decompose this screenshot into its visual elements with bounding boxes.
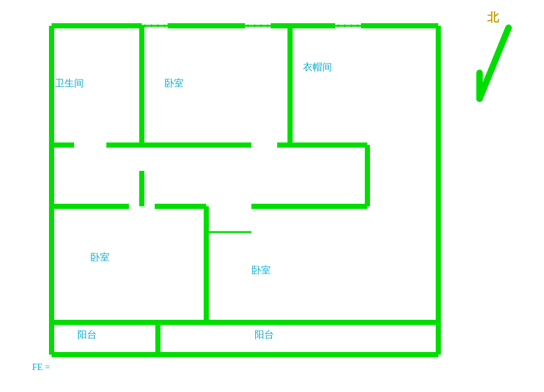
room-label-yimaojian: 衣帽间: [303, 61, 332, 74]
room-label-yangtai2: 阳台: [255, 329, 274, 341]
floor-plan-svg: [13, 6, 477, 380]
north-indicator: 北: [473, 10, 518, 100]
main-container: 卫生间 卧室 衣帽间 卧室 阳台 卧室 阳台 北 FE =: [0, 0, 544, 392]
svg-line-84: [480, 28, 509, 99]
room-label-woshi3: 卧室: [251, 264, 271, 277]
north-arrow-svg: [473, 21, 518, 105]
room-label-weishengjian: 卫生间: [55, 77, 84, 90]
room-label-woshi1: 卧室: [164, 77, 184, 90]
room-label-woshi2: 卧室: [90, 251, 110, 264]
room-label-yangtai1: 阳台: [77, 329, 97, 341]
fe-label: FE =: [32, 362, 50, 373]
